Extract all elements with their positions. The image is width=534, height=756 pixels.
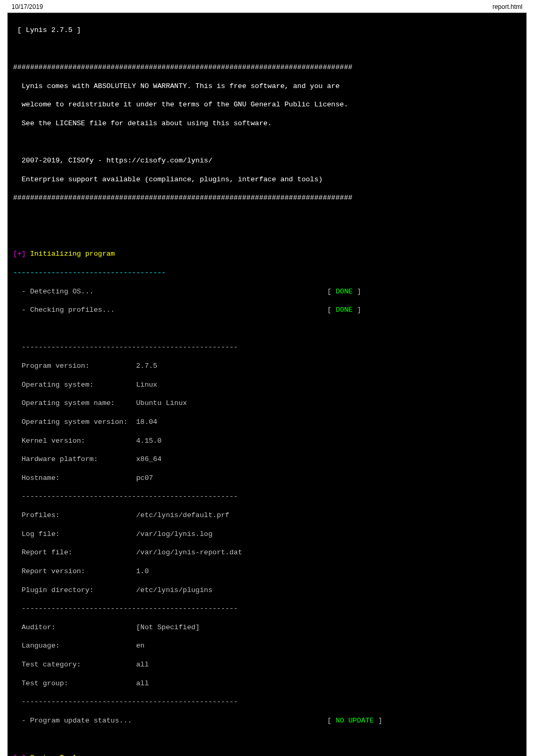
- banner-hash-bottom: ########################################…: [13, 193, 521, 203]
- info-row: Hostname: pc07: [13, 474, 521, 483]
- divider: ----------------------------------------…: [13, 604, 521, 613]
- info-row: Kernel version: 4.15.0: [13, 436, 521, 446]
- header-date: 10/17/2019: [12, 3, 43, 10]
- info-row: Report file: /var/log/lynis-report.dat: [13, 548, 521, 557]
- info-row: Program version: 2.7.5: [13, 361, 521, 371]
- info-row: Operating system: Linux: [13, 380, 521, 390]
- banner-title: [ Lynis 2.7.5 ]: [13, 26, 521, 35]
- info-row: Test category: all: [13, 660, 521, 670]
- info-row: Auditor: [Not Specified]: [13, 623, 521, 632]
- page-header: 10/17/2019 report.html: [0, 0, 534, 13]
- divider: ----------------------------------------…: [13, 697, 521, 707]
- banner-line: 2007-2019, CISOfy - https://cisofy.com/l…: [13, 156, 521, 166]
- section-heading: [+] Initializing program: [13, 249, 521, 259]
- banner-line: See the LICENSE file for details about u…: [13, 119, 521, 128]
- info-row: Plugin directory: /etc/lynis/plugins: [13, 586, 521, 595]
- info-row: Profiles: /etc/lynis/default.prf: [13, 511, 521, 520]
- info-row: Hardware platform: x86_64: [13, 455, 521, 464]
- check-row: - Detecting OS...[ DONE ]: [13, 287, 521, 297]
- info-row: Operating system version: 18.04: [13, 418, 521, 427]
- info-row: Report version: 1.0: [13, 567, 521, 576]
- divider: ------------------------------------: [13, 268, 521, 278]
- check-row: - Program update status... [ NO UPDATE ]: [13, 716, 521, 726]
- banner-hash-top: ########################################…: [13, 63, 521, 72]
- header-title: report.html: [493, 3, 522, 10]
- banner-line: Enterprise support available (compliance…: [13, 175, 521, 184]
- section-heading: [+] System Tools: [13, 753, 521, 756]
- info-row: Language: en: [13, 641, 521, 651]
- divider: ----------------------------------------…: [13, 343, 521, 352]
- banner-line: Lynis comes with ABSOLUTELY NO WARRANTY.…: [13, 82, 521, 91]
- info-row: Test group: all: [13, 679, 521, 688]
- divider: ----------------------------------------…: [13, 492, 521, 501]
- check-row: - Checking profiles...[ DONE ]: [13, 305, 521, 315]
- info-row: Operating system name: Ubuntu Linux: [13, 399, 521, 408]
- banner-line: welcome to redistribute it under the ter…: [13, 100, 521, 109]
- terminal-output: [ Lynis 2.7.5 ] ########################…: [7, 13, 527, 756]
- info-row: Log file: /var/log/lynis.log: [13, 530, 521, 539]
